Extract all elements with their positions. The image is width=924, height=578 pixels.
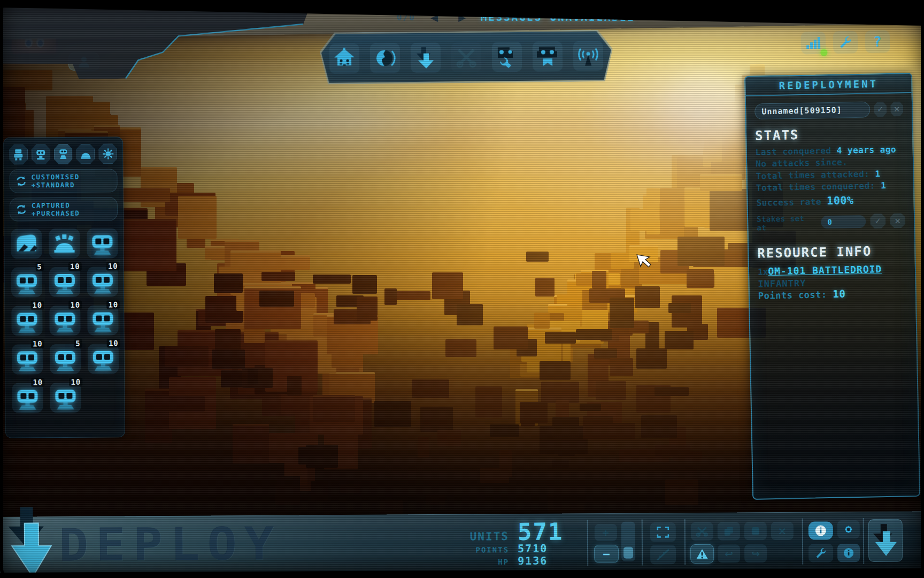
turret-stand-icon bbox=[57, 148, 70, 161]
tab-mine[interactable] bbox=[98, 143, 117, 164]
close-button[interactable]: × bbox=[771, 522, 794, 540]
tab-infantry-bot[interactable] bbox=[9, 144, 28, 164]
unit-count-badge: 10 bbox=[107, 339, 120, 347]
cut-units-button[interactable] bbox=[451, 42, 482, 72]
turret-head-icon bbox=[34, 148, 47, 161]
unit-cell-droid[interactable]: 10 bbox=[50, 383, 81, 413]
stop-button[interactable] bbox=[744, 522, 767, 540]
prev-message-button[interactable]: ◀ bbox=[425, 11, 443, 24]
filter-customised-standard[interactable]: CUSTOMISED+STANDARD bbox=[9, 169, 117, 193]
unit-category-tabs bbox=[4, 137, 122, 165]
deploy-banner-icon bbox=[4, 507, 60, 578]
cut-button[interactable] bbox=[691, 522, 713, 541]
filter-captured-purchased[interactable]: CAPTURED+PURCHASED bbox=[10, 197, 118, 221]
message-ticker: 0/0 ◀ ▶ MESSAGES UNAVAILABLE bbox=[397, 11, 635, 24]
redeployment-panel: REDEPLOYMENT ✓ × STATS Last conquered 4 … bbox=[744, 73, 920, 500]
unit-cell-droid[interactable]: 10 bbox=[88, 344, 119, 374]
broadcast-button[interactable] bbox=[573, 41, 604, 71]
unit-cell-walker[interactable] bbox=[11, 229, 42, 258]
wrench-icon bbox=[815, 547, 827, 559]
info-mode-button[interactable] bbox=[808, 521, 833, 539]
stakes-input[interactable] bbox=[821, 215, 866, 229]
confirm-name-button[interactable]: ✓ bbox=[874, 102, 887, 117]
tab-turret-a[interactable] bbox=[32, 144, 50, 164]
statistics-button[interactable] bbox=[801, 32, 826, 55]
zoom-slider[interactable] bbox=[621, 522, 635, 561]
points-label: POINTS bbox=[453, 545, 509, 554]
fullscreen-button[interactable] bbox=[650, 522, 676, 542]
confirm-stakes-button[interactable]: ✓ bbox=[870, 214, 886, 229]
tab-bunker[interactable] bbox=[76, 144, 95, 164]
divider bbox=[642, 520, 643, 566]
measure-button[interactable] bbox=[650, 545, 676, 564]
zoom-out-button[interactable]: − bbox=[595, 545, 618, 562]
unit-count-badge: 10 bbox=[106, 262, 120, 270]
resource-link[interactable]: OM-101 BATTLEDROID bbox=[768, 263, 882, 277]
unit-cell-droid[interactable] bbox=[87, 228, 118, 258]
points-cost-line: Points cost: 10 bbox=[758, 286, 907, 301]
unit-cell-droid[interactable]: 10 bbox=[12, 383, 43, 413]
cut-icon bbox=[696, 526, 708, 537]
stop-icon bbox=[751, 527, 760, 535]
unit-count-badge: 10 bbox=[68, 301, 82, 309]
unit-cell-droid[interactable]: 10 bbox=[87, 267, 118, 296]
unit-workshop-button[interactable] bbox=[492, 41, 522, 72]
redo-button[interactable]: ↪ bbox=[744, 544, 767, 562]
unit-cell-droid[interactable]: 10 bbox=[49, 306, 80, 336]
deploy-mode-button[interactable] bbox=[411, 42, 441, 73]
divider bbox=[587, 520, 589, 566]
resource-info-heading: RESOURCE INFO bbox=[757, 243, 906, 261]
gears-icon bbox=[842, 523, 855, 536]
broadcast-icon bbox=[576, 44, 600, 67]
unit-cell-droid[interactable]: 10 bbox=[49, 267, 80, 297]
world-map-button[interactable] bbox=[370, 43, 401, 73]
unit-cell-droid[interactable]: 10 bbox=[11, 306, 42, 336]
message-counter: 0/0 bbox=[397, 12, 415, 22]
message-status: MESSAGES UNAVAILABLE bbox=[481, 11, 635, 23]
diagonal-ruler-icon bbox=[656, 548, 670, 561]
gears-button[interactable] bbox=[837, 520, 860, 538]
unit-count-badge: 10 bbox=[30, 301, 44, 309]
next-message-button[interactable]: ▶ bbox=[453, 11, 471, 24]
warning-icon bbox=[696, 548, 709, 559]
unit-count-badge: 5 bbox=[74, 339, 82, 348]
help-button[interactable]: ? bbox=[865, 30, 890, 53]
copy-button[interactable] bbox=[718, 522, 740, 540]
cancel-name-button[interactable]: × bbox=[890, 101, 904, 116]
warning-button[interactable] bbox=[691, 545, 713, 563]
game-screen: ★★★ cprince 2140AU 1069(589) 0/0 ◀ ▶ MES… bbox=[0, 0, 924, 578]
bar-chart-icon bbox=[806, 36, 821, 50]
unit-cell-droid[interactable]: 10 bbox=[87, 305, 118, 335]
unit-count-badge: 10 bbox=[31, 378, 44, 386]
undo-button[interactable]: ↩ bbox=[718, 544, 740, 562]
unit-save-button[interactable] bbox=[533, 41, 563, 72]
cancel-stakes-button[interactable]: × bbox=[890, 213, 906, 229]
units-value: 571 bbox=[518, 521, 564, 542]
unit-count-badge: 5 bbox=[35, 262, 44, 271]
deploy-mode-title: DEPLOY bbox=[59, 518, 282, 572]
zoom-slider-thumb[interactable] bbox=[623, 547, 633, 559]
panel-title: REDEPLOYMENT bbox=[745, 74, 912, 96]
unit-cell-bunker[interactable] bbox=[49, 229, 80, 258]
details-button[interactable] bbox=[837, 544, 860, 562]
home-base-icon bbox=[333, 47, 356, 70]
home-base-button[interactable] bbox=[329, 43, 360, 74]
wrench-icon bbox=[838, 35, 852, 49]
repair-button[interactable] bbox=[808, 544, 833, 562]
territory-name-input[interactable] bbox=[754, 101, 871, 119]
resource-quantity: 1x bbox=[758, 267, 768, 277]
mine-icon bbox=[102, 147, 114, 160]
unit-selection-panel: CUSTOMISED+STANDARD CAPTURED+PURCHASED 5… bbox=[3, 136, 125, 438]
hp-value: 9136 bbox=[518, 554, 564, 567]
unit-cell-droid[interactable]: 5 bbox=[11, 267, 42, 297]
main-toolbar bbox=[320, 29, 613, 85]
unit-cell-droid[interactable]: 10 bbox=[12, 344, 43, 374]
unit-cell-droid[interactable]: 5 bbox=[50, 344, 81, 374]
settings-button[interactable] bbox=[833, 31, 858, 54]
unit-count-badge: 10 bbox=[69, 378, 82, 386]
cycle-icon bbox=[16, 176, 27, 186]
deploy-units-button[interactable] bbox=[868, 519, 903, 562]
zoom-in-button[interactable]: + bbox=[595, 524, 617, 541]
tab-turret-b[interactable] bbox=[54, 144, 73, 164]
divider bbox=[684, 519, 686, 565]
